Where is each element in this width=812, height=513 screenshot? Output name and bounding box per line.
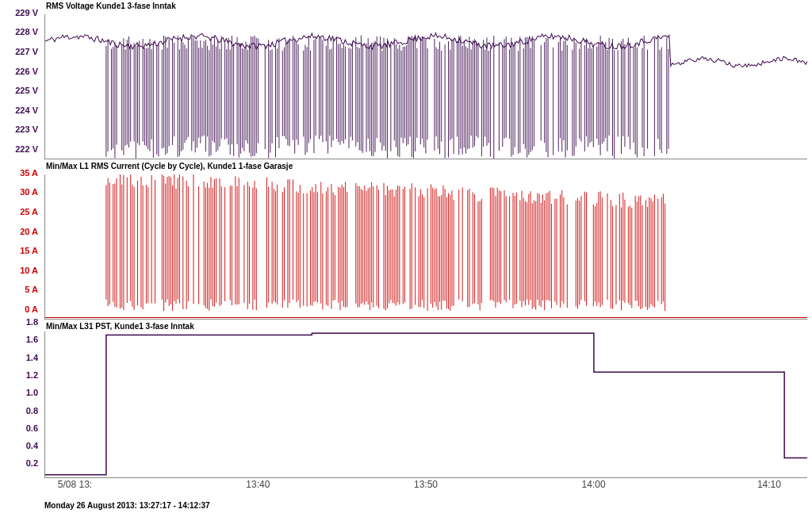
ytick: 1.8 bbox=[26, 317, 38, 327]
xtick: 13:50 bbox=[414, 479, 438, 490]
voltage-title: RMS Voltage Kunde1 3-fase Inntak bbox=[46, 2, 176, 10]
ytick: 228 V bbox=[15, 27, 38, 36]
ytick: 0.2 bbox=[26, 458, 38, 468]
ytick: 1.0 bbox=[26, 388, 38, 397]
ytick: 222 V bbox=[15, 144, 38, 154]
ytick: 226 V bbox=[15, 67, 38, 76]
pst-svg bbox=[45, 331, 807, 477]
xtick: 13:40 bbox=[246, 479, 270, 490]
ytick: 225 V bbox=[15, 86, 38, 95]
ytick: 227 V bbox=[15, 47, 38, 56]
voltage-y-labels: 229 V 228 V 227 V 226 V 225 V 224 V 223 … bbox=[0, 14, 41, 159]
ytick: 30 A bbox=[20, 187, 38, 197]
ytick: 0.4 bbox=[26, 441, 38, 450]
voltage-svg bbox=[45, 14, 807, 159]
ytick: 15 A bbox=[20, 246, 38, 255]
voltage-plot bbox=[44, 14, 807, 159]
ytick: 0 A bbox=[25, 304, 38, 314]
ytick: 223 V bbox=[15, 124, 38, 134]
current-svg bbox=[45, 174, 807, 319]
voltage-panel: RMS Voltage Kunde1 3-fase Inntak 229 V 2… bbox=[0, 2, 812, 159]
ytick: 20 A bbox=[20, 227, 38, 236]
pst-title: Min/Max L31 PST, Kunde1 3-fase Inntak bbox=[46, 322, 194, 331]
xtick: 5/08 13: bbox=[58, 479, 92, 490]
ytick: 10 A bbox=[20, 266, 38, 275]
pst-plot bbox=[44, 331, 807, 478]
ytick: 5 A bbox=[25, 285, 38, 294]
ytick: 224 V bbox=[15, 105, 38, 115]
current-title: Min/Max L1 RMS Current (Cycle by Cycle),… bbox=[46, 162, 293, 170]
pst-panel: Min/Max L31 PST, Kunde1 3-fase Inntak 1.… bbox=[0, 322, 812, 479]
current-panel: Min/Max L1 RMS Current (Cycle by Cycle),… bbox=[0, 162, 812, 319]
xtick: 14:00 bbox=[582, 479, 606, 490]
xtick: 14:10 bbox=[757, 479, 781, 490]
ytick: 0.6 bbox=[26, 423, 38, 433]
current-y-labels: 35 A 30 A 25 A 20 A 15 A 10 A 5 A 0 A bbox=[0, 174, 41, 319]
pst-y-labels: 1.8 1.6 1.4 1.2 1.0 0.8 0.6 0.4 0.2 bbox=[0, 331, 41, 477]
ytick: 1.2 bbox=[26, 370, 38, 380]
chart-container: RMS Voltage Kunde1 3-fase Inntak 229 V 2… bbox=[0, 0, 812, 513]
ytick: 229 V bbox=[15, 8, 38, 17]
ytick: 25 A bbox=[20, 207, 38, 216]
ytick: 1.6 bbox=[26, 335, 38, 344]
current-plot bbox=[44, 174, 807, 320]
ytick: 1.4 bbox=[26, 353, 38, 362]
x-axis: 5/08 13: 13:40 13:50 14:00 14:10 bbox=[44, 477, 807, 493]
time-range-label: Monday 26 August 2013: 13:27:17 - 14:12:… bbox=[44, 501, 210, 510]
ytick: 35 A bbox=[20, 168, 38, 178]
ytick: 0.8 bbox=[26, 406, 38, 415]
